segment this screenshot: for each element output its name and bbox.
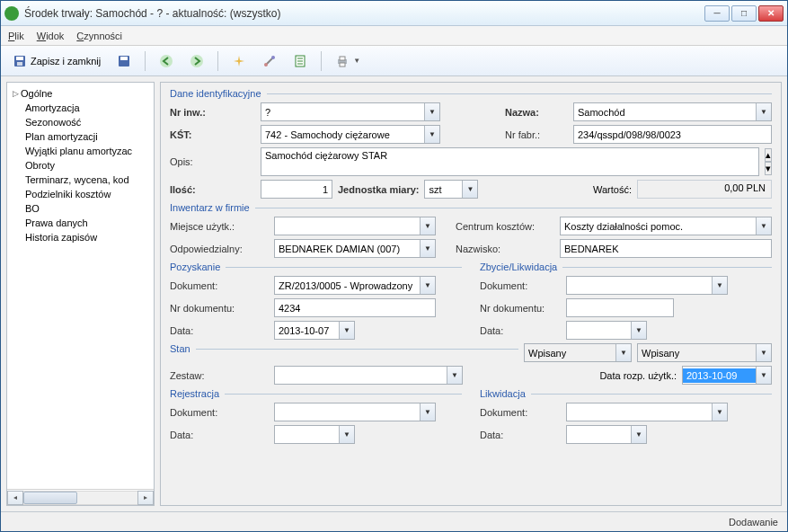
label-wartosc: Wartość: xyxy=(593,184,632,195)
nav-forward-button[interactable] xyxy=(183,50,210,72)
titlebar: Środek trwały: Samochód - ? - aktualność… xyxy=(1,1,787,26)
sidebar-item-plan[interactable]: Plan amortyzacji xyxy=(9,129,152,144)
menu-widok[interactable]: Widok xyxy=(37,31,65,41)
sidebar-item-wyjatki[interactable]: Wyjątki planu amortyzac xyxy=(9,144,152,158)
ilosc-input[interactable] xyxy=(261,180,332,199)
chevron-down-icon: ▼ xyxy=(631,322,646,339)
label-poz-data: Data: xyxy=(170,325,269,336)
arrow-right-icon xyxy=(190,54,204,68)
centrum-combo[interactable]: Koszty działalności pomoc.▼ xyxy=(560,217,772,235)
zby-data-input[interactable]: ▼ xyxy=(566,321,647,340)
svg-rect-2 xyxy=(17,62,22,66)
chevron-down-icon: ▼ xyxy=(420,403,435,421)
odpow-combo[interactable]: BEDNAREK DAMIAN (007)▼ xyxy=(274,239,436,258)
lik-dokument-combo[interactable]: ▼ xyxy=(566,403,728,421)
chevron-down-icon: ▼ xyxy=(424,103,439,120)
label-zestaw: Zestaw: xyxy=(170,370,269,381)
printer-icon xyxy=(335,54,350,68)
label-nr-fabr: Nr fabr.: xyxy=(505,129,568,140)
wartosc-display: 0,00 PLN xyxy=(637,180,772,199)
svg-rect-12 xyxy=(340,63,345,66)
section-ident: Dane identyfikacyjne xyxy=(170,88,267,99)
data-rozp-input[interactable]: 2013-10-09▼ xyxy=(682,366,772,385)
sidebar-hscroll[interactable]: ◂▸ xyxy=(7,489,154,505)
sidebar-item-podzielniki[interactable]: Podzielniki kosztów xyxy=(9,187,152,201)
nav-back-button[interactable] xyxy=(153,50,180,72)
sidebar-item-prawa[interactable]: Prawa danych xyxy=(9,216,152,230)
chevron-down-icon: ▼ xyxy=(712,403,727,421)
disk-icon xyxy=(117,54,131,68)
menu-czynnosci[interactable]: Czynności xyxy=(76,31,122,41)
maximize-button[interactable]: □ xyxy=(731,5,757,22)
refresh-icon xyxy=(293,54,307,68)
svg-rect-11 xyxy=(340,57,345,60)
save-close-button[interactable]: Zapisz i zamknij xyxy=(6,50,107,72)
svg-rect-1 xyxy=(16,57,23,60)
stan1-combo[interactable]: Wpisany▼ xyxy=(524,343,632,362)
sidebar-item-sezonowosc[interactable]: Sezonowość xyxy=(9,115,152,129)
svg-point-5 xyxy=(160,55,173,67)
chevron-down-icon: ▼ xyxy=(339,426,354,443)
zby-dokument-combo[interactable]: ▼ xyxy=(566,276,728,295)
svg-point-8 xyxy=(271,56,275,59)
spinner-down[interactable]: ▾ xyxy=(765,162,772,175)
chevron-down-icon: ▼ xyxy=(424,126,439,143)
save-button[interactable] xyxy=(111,50,137,72)
sidebar-item-amortyzacja[interactable]: Amortyzacja xyxy=(9,101,152,115)
window-title: Środek trwały: Samochód - ? - aktualność… xyxy=(24,7,704,20)
menu-plik[interactable]: Plik xyxy=(8,31,24,41)
sidebar-item-ogolne[interactable]: ▷ Ogólne xyxy=(9,86,152,101)
sidebar-item-bo[interactable]: BO xyxy=(9,201,152,216)
spinner-up[interactable]: ▴ xyxy=(765,148,772,162)
rej-dokument-combo[interactable]: ▼ xyxy=(274,403,436,421)
tool-1-button[interactable] xyxy=(226,50,252,72)
app-window: Środek trwały: Samochód - ? - aktualność… xyxy=(0,0,788,532)
tool-2-button[interactable] xyxy=(256,50,283,72)
opis-input[interactable]: Samochód ciężarowy STAR xyxy=(261,147,759,176)
chevron-down-icon: ▼ xyxy=(756,103,771,120)
chevron-down-icon: ▼ xyxy=(756,367,771,384)
toolbar: Zapisz i zamknij ▼ xyxy=(1,46,787,76)
label-zby-nr: Nr dokumentu: xyxy=(480,303,561,314)
chevron-down-icon: ▼ xyxy=(756,344,771,361)
jedn-combo[interactable]: szt▼ xyxy=(424,180,478,199)
tools-icon xyxy=(262,54,277,68)
nr-inw-combo[interactable]: ?▼ xyxy=(261,102,440,121)
label-poz-dok: Dokument: xyxy=(170,280,269,291)
stan2-combo[interactable]: Wpisany▼ xyxy=(637,343,772,362)
lik-data-input[interactable]: ▼ xyxy=(566,425,647,444)
label-rej-data: Data: xyxy=(170,430,269,440)
minimize-button[interactable]: ─ xyxy=(704,5,730,22)
nr-fabr-input[interactable] xyxy=(573,125,772,144)
sidebar-item-historia[interactable]: Historia zapisów xyxy=(9,230,152,244)
print-button[interactable]: ▼ xyxy=(329,50,367,72)
svg-rect-4 xyxy=(120,57,128,60)
chevron-down-icon: ▼ xyxy=(756,217,771,235)
save-icon xyxy=(13,54,27,68)
zby-nr-input[interactable] xyxy=(566,298,674,317)
chevron-right-icon: ▷ xyxy=(13,89,19,98)
section-zbycie: Zbycie/Likwidacja xyxy=(480,262,562,272)
close-button[interactable]: ✕ xyxy=(758,5,784,22)
zestaw-combo[interactable]: ▼ xyxy=(274,366,463,385)
poz-nr-input[interactable] xyxy=(274,298,436,317)
sidebar-item-obroty[interactable]: Obroty xyxy=(9,158,152,173)
kst-combo[interactable]: 742 - Samochody ciężarowe▼ xyxy=(261,125,440,144)
chevron-down-icon: ▼ xyxy=(631,426,646,443)
nazwisko-input[interactable] xyxy=(560,239,772,258)
statusbar: Dodawanie xyxy=(1,511,787,531)
label-nazwa: Nazwa: xyxy=(505,107,568,118)
poz-dokument-combo[interactable]: ZR/2013/0005 - Wprowadzony▼ xyxy=(274,276,436,295)
section-rejestracja: Rejestracja xyxy=(170,388,225,399)
miejsce-combo[interactable]: ▼ xyxy=(274,217,436,235)
tool-3-button[interactable] xyxy=(287,50,314,72)
arrow-left-icon xyxy=(159,54,173,68)
sidebar-item-terminarz[interactable]: Terminarz, wycena, kod xyxy=(9,173,152,187)
label-nr-inw: Nr inw.: xyxy=(170,107,255,118)
nazwa-combo[interactable]: Samochód▼ xyxy=(573,102,772,121)
rej-data-input[interactable]: ▼ xyxy=(274,425,355,444)
sidebar: ▷ Ogólne Amortyzacja Sezonowość Plan amo… xyxy=(6,82,155,506)
chevron-down-icon: ▼ xyxy=(339,322,354,339)
poz-data-input[interactable]: 2013-10-07▼ xyxy=(274,321,355,340)
label-zby-data: Data: xyxy=(480,325,561,336)
